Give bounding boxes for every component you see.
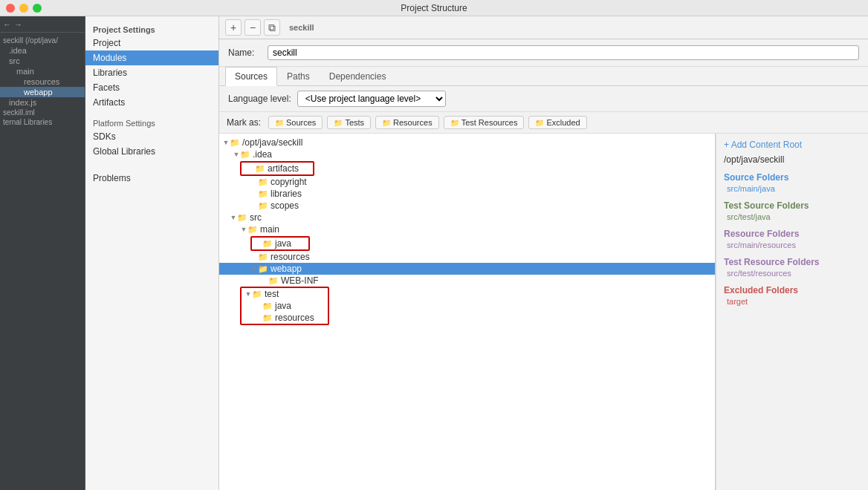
- back-icon[interactable]: ←: [3, 20, 11, 29]
- folder-icon-artifacts: 📁: [255, 164, 265, 174]
- content-root-path: /opt/java/seckill: [724, 154, 861, 165]
- sidebar-item-libraries[interactable]: Libraries: [85, 65, 218, 80]
- add-module-button[interactable]: +: [225, 19, 242, 36]
- module-name-label: seckill: [289, 23, 314, 32]
- mark-excluded-button[interactable]: 📁 Excluded: [528, 116, 586, 129]
- label-scopes: scopes: [271, 200, 299, 211]
- test-resource-folders-title: Test Resource Folders: [724, 257, 861, 267]
- maximize-button[interactable]: [33, 4, 42, 13]
- language-level-select[interactable]: <Use project language level>: [297, 91, 446, 107]
- label-main: main: [260, 224, 279, 235]
- resource-folders-section: Resource Folders src/main/resources: [724, 229, 861, 249]
- folder-icon-scopes: 📁: [258, 201, 268, 211]
- excluded-folders-value: target: [724, 297, 861, 306]
- folder-icon-java: 📁: [262, 239, 273, 249]
- seckill-iml[interactable]: seckill.iml: [0, 108, 85, 117]
- dialog-toolbar: + − ⧉ seckill: [219, 16, 868, 39]
- sidebar-item-modules[interactable]: Modules: [85, 50, 218, 65]
- name-input[interactable]: [268, 45, 859, 60]
- test-source-folders-value: src/test/java: [724, 212, 861, 221]
- idea-folder[interactable]: .idea: [0, 45, 85, 56]
- split-view: ▼ 📁 /opt/java/seckill ▼ 📁 .idea: [219, 134, 868, 490]
- mark-as-label: Mark as:: [227, 117, 261, 128]
- main-folder[interactable]: main: [0, 66, 85, 76]
- project-panel-header: ← →: [0, 16, 85, 33]
- label-webapp: webapp: [271, 264, 302, 274]
- name-row: Name:: [219, 39, 868, 67]
- tree-node-copyright[interactable]: 📁 copyright: [219, 176, 715, 188]
- label-copyright: copyright: [271, 177, 307, 187]
- tree-node-src[interactable]: ▼ 📁 src: [219, 212, 715, 223]
- label-test: test: [265, 289, 279, 299]
- tree-node-scopes[interactable]: 📁 scopes: [219, 200, 715, 212]
- tree-node-java[interactable]: 📁 java: [252, 238, 308, 249]
- folder-icon-resources: 📁: [258, 252, 268, 262]
- forward-icon[interactable]: →: [14, 20, 22, 29]
- tree-node-test-resources[interactable]: 📁 resources: [242, 312, 328, 324]
- sidebar-item-global-libraries[interactable]: Global Libraries: [85, 144, 218, 159]
- name-field-label: Name:: [228, 48, 262, 58]
- language-level-label: Language level:: [228, 94, 291, 104]
- label-test-resources: resources: [275, 313, 314, 323]
- tree-node-idea[interactable]: ▼ 📁 .idea: [219, 148, 715, 160]
- title-bar: Project Structure: [0, 0, 868, 16]
- project-settings-label: Project Settings: [85, 22, 218, 36]
- test-source-folders-section: Test Source Folders src/test/java: [724, 200, 861, 221]
- minimize-button[interactable]: [19, 4, 28, 13]
- tree-node-artifacts[interactable]: 📁 artifacts: [242, 163, 313, 174]
- tab-sources[interactable]: Sources: [225, 67, 277, 86]
- resources-folder[interactable]: resources: [0, 76, 85, 87]
- index-js[interactable]: index.js: [0, 97, 85, 108]
- folder-icon-test-resources: 📁: [262, 313, 273, 323]
- folder-icon-webapp: 📁: [258, 264, 268, 274]
- resource-folders-value: src/main/resources: [724, 241, 861, 249]
- close-button[interactable]: [6, 4, 15, 13]
- external-libraries[interactable]: ternal Libraries: [0, 117, 85, 127]
- tab-dependencies[interactable]: Dependencies: [320, 67, 396, 86]
- resources-icon: 📁: [382, 119, 391, 127]
- mark-sources-button[interactable]: 📁 Sources: [268, 116, 323, 129]
- tree-node-opt-java-seckill[interactable]: ▼ 📁 /opt/java/seckill: [219, 137, 715, 148]
- label-libraries: libraries: [271, 189, 302, 199]
- tree-node-libraries[interactable]: 📁 libraries: [219, 188, 715, 200]
- label-resources: resources: [271, 252, 310, 262]
- add-content-root-button[interactable]: + Add Content Root: [724, 140, 861, 150]
- language-level-row: Language level: <Use project language le…: [219, 86, 868, 112]
- tree-node-resources[interactable]: 📁 resources: [219, 251, 715, 263]
- sidebar-item-facets[interactable]: Facets: [85, 80, 218, 95]
- src-folder[interactable]: src: [0, 56, 85, 66]
- tab-paths[interactable]: Paths: [277, 67, 320, 86]
- dialog-main-content: + − ⧉ seckill Name: Sources Paths Depend…: [219, 16, 868, 490]
- sidebar-item-artifacts[interactable]: Artifacts: [85, 95, 218, 110]
- test-resources-icon: 📁: [450, 119, 459, 127]
- dialog-sidebar: Project Settings Project Modules Librari…: [85, 16, 219, 490]
- tree-node-webinf[interactable]: 📁 WEB-INF: [219, 275, 715, 287]
- mark-tests-button[interactable]: 📁 Tests: [327, 116, 371, 129]
- sidebar-item-project[interactable]: Project: [85, 36, 218, 50]
- project-root[interactable]: seckill (/opt/java/: [0, 36, 85, 45]
- mark-resources-button[interactable]: 📁 Resources: [375, 116, 439, 129]
- webapp-folder[interactable]: webapp: [0, 87, 85, 97]
- mark-tests-label: Tests: [345, 118, 364, 127]
- remove-module-button[interactable]: −: [244, 19, 261, 36]
- test-resource-folders-section: Test Resource Folders src/test/resources: [724, 257, 861, 278]
- tree-node-test-java[interactable]: 📁 java: [242, 300, 328, 312]
- red-outline-test: ▼ 📁 test 📁 java 📁: [240, 287, 329, 325]
- source-folders-title: Source Folders: [724, 172, 861, 183]
- label-test-java: java: [275, 301, 291, 311]
- source-folders-section: Source Folders src/main/java: [724, 172, 861, 193]
- copy-module-button[interactable]: ⧉: [264, 19, 280, 36]
- file-tree[interactable]: ▼ 📁 /opt/java/seckill ▼ 📁 .idea: [219, 134, 716, 490]
- folder-icon-test: 📁: [252, 290, 262, 299]
- label-src: src: [250, 212, 262, 223]
- sidebar-item-sdks[interactable]: SDKs: [85, 129, 218, 144]
- tree-node-main[interactable]: ▼ 📁 main: [219, 223, 715, 235]
- tree-node-webapp[interactable]: ▼ 📁 webapp: [219, 263, 715, 275]
- window-title: Project Structure: [401, 3, 467, 13]
- sidebar-item-problems[interactable]: Problems: [85, 171, 218, 186]
- tree-node-test[interactable]: ▼ 📁 test: [242, 288, 328, 300]
- label-artifacts: artifacts: [268, 163, 299, 174]
- arrow-webapp: ▼: [250, 265, 258, 272]
- sources-icon: 📁: [275, 119, 284, 127]
- mark-test-resources-button[interactable]: 📁 Test Resources: [444, 116, 525, 129]
